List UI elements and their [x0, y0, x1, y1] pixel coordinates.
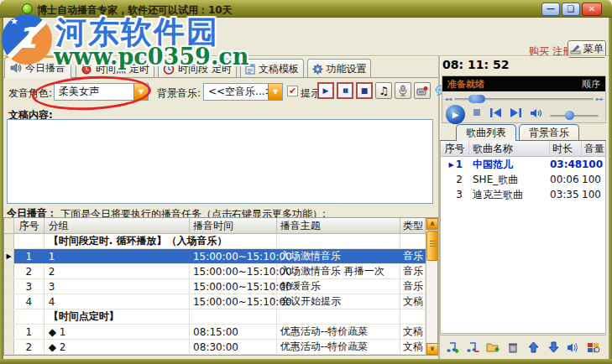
buy-link[interactable]: 购买 [529, 44, 549, 59]
table-row[interactable]: 2◆ 208:30:00优惠活动--特价蔬菜文稿 [4, 340, 426, 355]
col-type: 类型 [400, 218, 426, 233]
song-name: 中国范儿 [469, 158, 550, 172]
player-stop-button[interactable] [473, 108, 481, 117]
table-cell [400, 234, 426, 248]
chevron-down-icon[interactable]: ▼ [133, 84, 148, 100]
play-mode[interactable]: 顺序 [582, 78, 600, 91]
music-note-button[interactable]: ♫ [375, 82, 392, 99]
seek-thumb[interactable] [468, 95, 485, 103]
bgm-select[interactable]: <<空音乐...>> ▼ [203, 83, 283, 101]
seek-groove[interactable] [454, 98, 594, 101]
table-cell: 会议开始提示 [277, 294, 400, 309]
table-row[interactable]: 3◆ 308:34:00商场宣传--多次文稿 [4, 355, 426, 356]
remove-song-icon [466, 341, 479, 354]
move-up-button[interactable] [524, 339, 542, 356]
player-mute-button[interactable] [530, 108, 543, 118]
table-cell [4, 294, 14, 309]
record-device-icon [416, 86, 428, 96]
close-button[interactable]: ✕ [582, 3, 602, 16]
bgm-value: <<空音乐...>> [204, 85, 268, 99]
scroll-down-button[interactable]: ∨ [426, 343, 438, 355]
system-clock: 08: 11: 52 [442, 58, 509, 71]
seek-forward-icon[interactable]: ►► [596, 96, 604, 101]
col-seq: 序号 [441, 141, 469, 156]
move-down-button[interactable] [544, 339, 562, 356]
table-cell: 文稿 [400, 294, 426, 309]
pause-button[interactable]: ▮▮ [337, 82, 353, 99]
song-volume: 100 [582, 159, 605, 170]
table-cell: ◆ 3 [44, 355, 190, 356]
table-cell [4, 355, 14, 356]
maximize-button[interactable]: ❑ [562, 3, 580, 16]
tab-time-range[interactable]: 时间段 定时 [158, 59, 237, 78]
song-seq: ▶1 [441, 159, 469, 170]
table-cell: 08:30:00 [190, 340, 277, 354]
table-cell: ▶ [4, 249, 14, 263]
col-seq: 序号 [14, 218, 44, 233]
tab-label: 功能设置 [327, 62, 367, 76]
list-item[interactable]: 2SHE_歌曲00:06100 [441, 172, 605, 187]
minimize-button[interactable]: — [541, 3, 560, 16]
table-cell: 文稿 [400, 340, 426, 354]
table-cell: 4 [44, 294, 190, 309]
song-volume: 100 [582, 174, 605, 185]
table-row[interactable]: 4415:00:00~15:10:00会议开始提示文稿 [4, 294, 426, 309]
record-device-button[interactable] [414, 82, 431, 99]
table-row[interactable]: 【时间点定时】 [4, 309, 426, 325]
list-item[interactable]: ▶1中国范儿03:48100 [441, 157, 605, 172]
song-volume-button[interactable] [564, 339, 583, 356]
seek-bar[interactable]: ◄◄ ►► [444, 94, 604, 104]
add-song-button[interactable] [443, 339, 462, 356]
voice-role-select[interactable]: 柔美女声 ▼ [54, 83, 149, 101]
player-play-button[interactable]: ▶ [446, 105, 465, 124]
table-row[interactable]: 1◆ 108:15:00优惠活动--特价蔬菜文稿 [4, 325, 426, 340]
task-table-scrollbar[interactable]: ∧ ∨ [426, 218, 437, 355]
table-row[interactable]: 2215:00:00~15:10:00入场激情音乐 再播一次音乐 [4, 264, 426, 279]
bgm-label: 背景音乐: [157, 86, 201, 101]
table-cell: 【时间点定时】 [44, 309, 190, 324]
player-next-button[interactable] [510, 108, 522, 117]
seek-back-icon[interactable]: ◄◄ [444, 96, 452, 101]
script-content-textarea[interactable] [7, 119, 433, 204]
volume-slider[interactable] [550, 115, 599, 117]
tab-settings[interactable]: 功能设置 [307, 59, 371, 78]
media-mixer-button[interactable] [584, 339, 603, 356]
table-cell: 优惠活动--特价蔬菜 [277, 325, 400, 339]
list-item[interactable]: 3迪克兰歌曲03:35100 [441, 187, 605, 202]
microphone-button[interactable] [395, 82, 411, 99]
song-duration: 00:06 [550, 174, 582, 185]
tab-time-point[interactable]: 时间点 定时 [76, 59, 154, 78]
table-cell: 入场激情音乐 [277, 249, 400, 263]
tab-song-list[interactable]: 歌曲列表 [456, 124, 516, 141]
song-duration: 03:35 [550, 189, 582, 200]
remove-song-button[interactable] [463, 339, 482, 356]
table-cell: 15:00:00~15:10:00 [190, 249, 277, 263]
table-row[interactable]: 【时间段定时. 循环播放】（入场音乐） [4, 234, 426, 249]
add-folder-button[interactable] [484, 339, 502, 356]
table-cell [4, 325, 14, 339]
song-table: 序号 歌曲名称 时长 音量 ▶1中国范儿03:481002SHE_歌曲00:06… [440, 141, 606, 334]
arrow-down-icon [548, 341, 559, 353]
table-cell: 文稿 [400, 325, 426, 339]
delete-button[interactable] [504, 339, 522, 356]
player-prev-button[interactable] [489, 108, 502, 117]
player-status: 准备就绪 [447, 78, 484, 91]
table-cell: 4 [14, 294, 44, 309]
table-row[interactable]: 3315:00:00~15:10:00舒缓音乐音乐 [4, 279, 426, 294]
volume-knob[interactable] [565, 111, 574, 120]
table-cell [190, 309, 277, 324]
table-row[interactable]: ▶1115:00:00~15:10:00入场激情音乐音乐 [4, 249, 426, 264]
play-icon: ▶ [323, 86, 329, 95]
tab-background-music[interactable]: 背景音乐 [519, 124, 579, 141]
scrollbar-thumb[interactable] [426, 231, 438, 261]
scroll-up-button[interactable]: ∧ [426, 218, 438, 230]
stop-button[interactable]: ■ [356, 82, 373, 99]
chevron-down-icon[interactable]: ▼ [268, 84, 282, 100]
tab-script-template[interactable]: 文稿模板 [240, 59, 304, 78]
beep-checkbox[interactable]: ✔ [287, 86, 298, 96]
logo-glyph: 1 [17, 21, 37, 55]
table-cell: 1 [14, 249, 44, 263]
task-table-header: 序号 分组 播音时间 播音主题 类型 [4, 218, 426, 234]
tab-today-broadcast[interactable]: 今日播音 [4, 56, 71, 78]
play-button[interactable]: ▶ [317, 82, 334, 99]
